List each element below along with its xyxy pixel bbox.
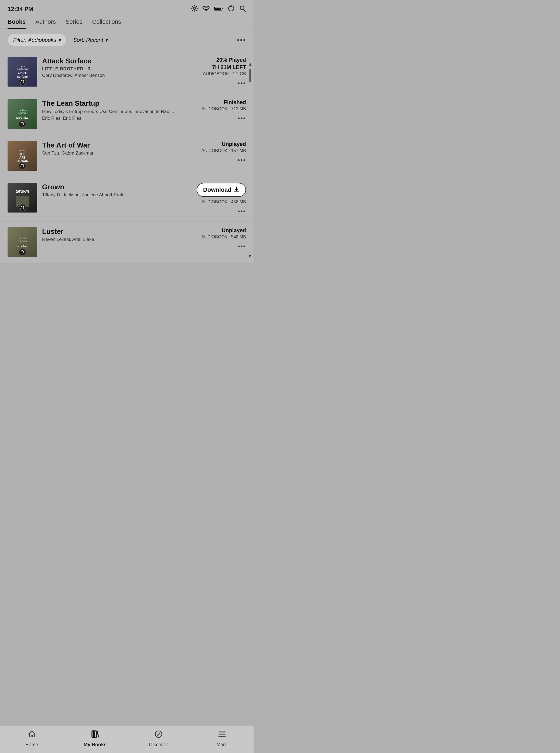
book-cover-attack-surface[interactable]: corydoctorow attacksurface <box>7 57 37 86</box>
list-item: Grown Grown Tiffany D. Jackson, Joniece … <box>0 177 254 221</box>
book-title[interactable]: Grown <box>42 183 182 191</box>
audiobook-indicator <box>19 204 26 211</box>
book-info-art-of-war: The Art of War Sun Tzu, Gabra Zackman <box>42 141 182 156</box>
download-button[interactable]: Download <box>197 183 246 197</box>
book-more-button[interactable]: ••• <box>238 115 246 122</box>
book-cover-lean-startup[interactable]: THE LEANSTARTUP ERIC RIES <box>7 99 37 129</box>
filter-chevron-icon: ▾ <box>58 37 61 43</box>
book-format: AUDIOBOOK · 1.2 GB <box>203 72 246 76</box>
svg-point-9 <box>206 11 207 11</box>
svg-line-8 <box>196 6 197 7</box>
list-item: THE LEANSTARTUP ERIC RIES The Lean Start… <box>0 93 254 135</box>
status-time: 12:34 PM <box>7 6 33 13</box>
svg-rect-12 <box>222 8 223 9</box>
book-subtitle: How Today's Entrepreneurs Use Continuous… <box>42 109 182 115</box>
status-icons <box>191 5 246 14</box>
sort-chevron-icon: ▾ <box>105 37 108 43</box>
sort-button[interactable]: Sort: Recent ▾ <box>73 37 107 43</box>
book-info-grown: Grown Tiffany D. Jackson, Joniece Abbott… <box>42 183 182 198</box>
book-meta-grown: Download AUDIOBOOK · 458 MB ••• <box>187 183 246 215</box>
scroll-down-icon[interactable]: ▼ <box>248 254 252 259</box>
book-status: Unplayed <box>222 227 246 233</box>
book-time-left: 7H 21M LEFT <box>212 64 246 70</box>
book-title[interactable]: Luster <box>42 227 182 236</box>
book-cover-luster[interactable]: Lustera novel n Leilani <box>7 227 37 257</box>
tab-authors[interactable]: Authors <box>35 18 56 28</box>
header-more-button[interactable]: ••• <box>237 36 246 44</box>
audiobook-indicator <box>19 248 26 256</box>
svg-point-0 <box>194 7 196 10</box>
book-info-lean-startup: The Lean Startup How Today's Entrepreneu… <box>42 99 182 121</box>
status-bar: 12:34 PM <box>0 0 254 16</box>
book-more-button[interactable]: ••• <box>238 157 246 164</box>
tab-books[interactable]: Books <box>7 18 26 28</box>
scroll-up-icon[interactable]: ▲ <box>248 62 253 67</box>
filter-audiobooks-button[interactable]: Filter: Audiobooks ▾ <box>7 34 67 46</box>
book-cover-grown[interactable]: Grown <box>7 183 37 212</box>
svg-line-4 <box>196 10 197 11</box>
svg-line-15 <box>244 9 245 11</box>
brightness-icon <box>191 5 198 14</box>
book-series: LITTLE BROTHER · 3 <box>42 66 182 72</box>
book-status: Finished <box>224 99 246 105</box>
book-info-attack-surface: Attack Surface LITTLE BROTHER · 3 Cory D… <box>42 57 182 78</box>
book-meta-luster: Unplayed AUDIOBOOK · 548 MB ••• <box>187 227 246 250</box>
download-label: Download <box>203 186 232 194</box>
book-more-button[interactable]: ••• <box>238 80 246 87</box>
scrollbar: ▲ <box>249 51 252 93</box>
book-format: AUDIOBOOK · 712 MB <box>201 106 246 111</box>
refresh-icon <box>228 5 235 14</box>
tab-collections[interactable]: Collections <box>92 18 121 28</box>
svg-line-7 <box>192 10 193 11</box>
audiobook-indicator <box>19 120 26 128</box>
download-arrow-icon <box>234 186 240 194</box>
sort-label: Sort: Recent <box>73 37 103 43</box>
book-info-luster: Luster Raven Leilani, Ariel Blake <box>42 227 182 242</box>
filter-bar: Filter: Audiobooks ▾ Sort: Recent ▾ ••• <box>0 29 254 51</box>
svg-line-3 <box>192 6 193 7</box>
book-list: corydoctorow attacksurface Attack Surfac… <box>0 51 254 263</box>
book-cover-art-of-war[interactable]: SUN TZU THEARTOF WAR <box>7 141 37 171</box>
book-format: AUDIOBOOK · 157 MB <box>201 148 246 153</box>
book-authors: Tiffany D. Jackson, Joniece Abbott-Pratt <box>42 192 182 198</box>
audiobook-indicator <box>19 78 26 85</box>
wifi-icon <box>202 5 210 13</box>
book-status: 20% Played <box>216 57 246 63</box>
battery-icon <box>214 6 223 13</box>
book-title[interactable]: Attack Surface <box>42 57 182 65</box>
book-authors: Cory Doctorow, Amber Benson <box>42 73 182 78</box>
search-icon[interactable] <box>239 5 246 14</box>
list-item: Lustera novel n Leilani Luster Raven Lei… <box>0 221 254 263</box>
book-meta-attack-surface: 20% Played 7H 21M LEFT AUDIOBOOK · 1.2 G… <box>187 57 246 87</box>
book-title[interactable]: The Art of War <box>42 141 182 149</box>
book-title[interactable]: The Lean Startup <box>42 99 182 108</box>
filter-label: Filter: Audiobooks <box>13 37 56 43</box>
book-status: Unplayed <box>222 141 246 147</box>
svg-rect-11 <box>215 7 221 10</box>
tab-navigation: Books Authors Series Collections <box>0 16 254 29</box>
book-format: AUDIOBOOK · 458 MB <box>201 200 246 204</box>
list-item: SUN TZU THEARTOF WAR The Art of War Sun … <box>0 135 254 177</box>
scroll-thumb <box>249 69 252 82</box>
book-authors: Raven Leilani, Ariel Blake <box>42 237 182 242</box>
book-authors: Eric Ries, Eric Ries <box>42 116 182 121</box>
audiobook-indicator <box>19 162 26 170</box>
list-item: corydoctorow attacksurface Attack Surfac… <box>0 51 254 93</box>
tab-series[interactable]: Series <box>65 18 82 28</box>
book-more-button[interactable]: ••• <box>238 243 246 250</box>
book-more-button[interactable]: ••• <box>238 208 246 215</box>
book-authors: Sun Tzu, Gabra Zackman <box>42 150 182 156</box>
book-meta-art-of-war: Unplayed AUDIOBOOK · 157 MB ••• <box>187 141 246 164</box>
book-format: AUDIOBOOK · 548 MB <box>201 235 246 240</box>
book-meta-lean-startup: Finished AUDIOBOOK · 712 MB ••• <box>187 99 246 122</box>
